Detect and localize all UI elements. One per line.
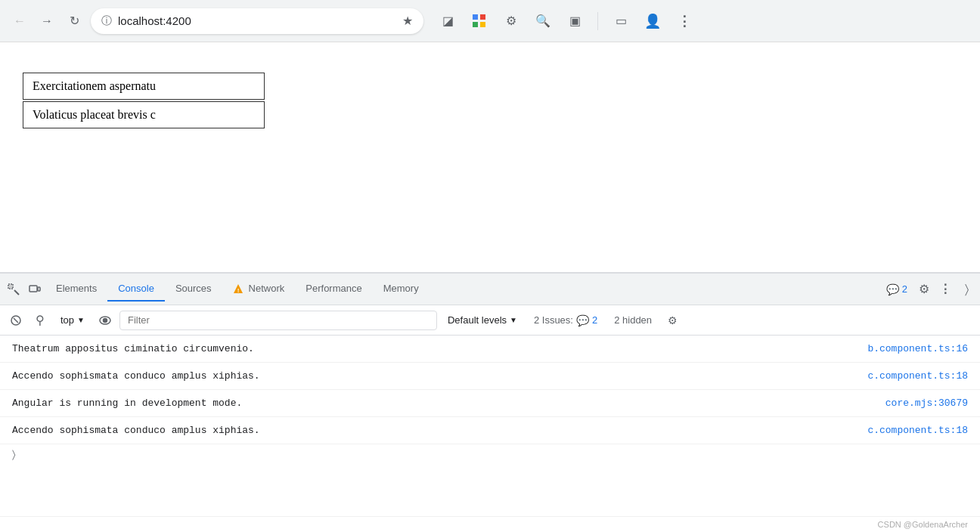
- svg-rect-0: [473, 14, 478, 20]
- console-output[interactable]: Theatrum appositus ciminatio circumvenio…: [0, 336, 980, 516]
- warning-triangle-icon: !: [233, 283, 243, 294]
- svg-rect-1: [480, 14, 485, 20]
- console-line: Accendo sophismata conduco amplus xiphia…: [0, 363, 980, 390]
- console-text-4: Accendo sophismata conduco amplus xiphia…: [12, 425, 260, 436]
- device-toolbar-button[interactable]: [24, 279, 45, 300]
- network-label: Network: [249, 283, 285, 294]
- svg-text:!: !: [237, 287, 239, 294]
- console-link-4[interactable]: c.component.ts:18: [867, 425, 968, 436]
- issues-toolbar-num: 2: [592, 314, 597, 326]
- devtools-settings-button[interactable]: ⚙: [913, 279, 935, 300]
- console-prompt[interactable]: 〉: [0, 444, 980, 466]
- text-item-2: Volaticus placeat brevis c: [23, 101, 265, 128]
- extensions-puzzle-icon[interactable]: ▣: [563, 9, 587, 33]
- extensions-icon[interactable]: ◪: [436, 9, 460, 33]
- elements-label: Elements: [56, 283, 97, 294]
- console-text-2: Accendo sophismata conduco amplus xiphia…: [12, 370, 260, 382]
- text-item-1: Exercitationem aspernatu: [23, 73, 265, 100]
- profile-icon[interactable]: 👤: [640, 9, 665, 33]
- issues-badge[interactable]: 💬 2: [880, 280, 913, 298]
- svg-rect-5: [9, 285, 12, 288]
- svg-rect-8: [38, 287, 40, 291]
- settings-icon[interactable]: ⚙: [499, 9, 523, 33]
- reload-button[interactable]: ↻: [64, 11, 85, 32]
- devtools-panel: Elements Console Sources ! Network Perfo…: [0, 272, 980, 532]
- levels-arrow-icon: ▼: [510, 316, 517, 324]
- issues-chat-icon-toolbar: 💬: [576, 314, 589, 326]
- console-label: Console: [118, 283, 154, 294]
- default-levels-dropdown[interactable]: Default levels ▼: [442, 312, 523, 328]
- menu-icon[interactable]: ⋮: [672, 9, 696, 33]
- svg-rect-2: [473, 22, 478, 27]
- tab-elements[interactable]: Elements: [45, 277, 107, 302]
- console-line: Angular is running in development mode. …: [0, 390, 980, 417]
- forward-button[interactable]: →: [36, 11, 57, 32]
- svg-point-14: [103, 318, 107, 322]
- devtools-more-button[interactable]: ⋮: [935, 279, 956, 300]
- address-bar[interactable]: ⓘ localhost:4200 ★: [91, 8, 423, 34]
- console-settings-button[interactable]: ⚙: [662, 311, 682, 330]
- svg-line-6: [14, 290, 19, 295]
- tab-network[interactable]: ! Network: [222, 277, 296, 302]
- toolbar-icons: ◪ ⚙ 🔍 ▣ ▭ 👤 ⋮: [436, 9, 696, 33]
- tab-console[interactable]: Console: [107, 277, 165, 302]
- page-content: Exercitationem aspernatu Volaticus place…: [0, 42, 980, 272]
- issues-toolbar-label: 2 Issues:: [534, 314, 573, 326]
- filter-button[interactable]: ⚲: [30, 311, 50, 330]
- clear-console-button[interactable]: [6, 311, 26, 330]
- console-toolbar: ⚲ top ▼ Default levels ▼ 2 Issues: 💬 2 2…: [0, 305, 980, 336]
- devtools-tabs: Elements Console Sources ! Network Perfo…: [0, 274, 980, 305]
- filter-input[interactable]: [119, 311, 437, 330]
- console-line: Theatrum appositus ciminatio circumvenio…: [0, 336, 980, 363]
- console-line: Accendo sophismata conduco amplus xiphia…: [0, 417, 980, 444]
- tab-memory[interactable]: Memory: [373, 277, 430, 302]
- memory-label: Memory: [383, 283, 419, 294]
- svg-line-12: [14, 318, 18, 323]
- browser-chrome: ← → ↻ ⓘ localhost:4200 ★ ◪ ⚙ 🔍 ▣ ▭ 👤 ⋮: [0, 0, 980, 42]
- sources-label: Sources: [175, 283, 212, 294]
- svg-rect-3: [480, 22, 485, 27]
- console-link-1[interactable]: b.component.ts:16: [867, 343, 968, 354]
- url-display: localhost:4200: [118, 14, 396, 27]
- svg-rect-7: [29, 286, 37, 292]
- bookmark-icon[interactable]: ★: [402, 14, 413, 28]
- back-button[interactable]: ←: [9, 11, 30, 32]
- attribution: CSDN @GoldenaArcher: [0, 516, 980, 532]
- console-text-3: Angular is running in development mode.: [12, 397, 242, 409]
- element-picker-button[interactable]: [3, 279, 24, 300]
- dropdown-arrow-icon: ▼: [77, 316, 85, 324]
- prompt-arrow-icon: 〉: [12, 449, 16, 461]
- default-levels-label: Default levels: [448, 314, 507, 326]
- sidebar-icon[interactable]: ▭: [609, 9, 633, 33]
- console-link-2[interactable]: c.component.ts:18: [867, 370, 968, 382]
- eye-filter-button[interactable]: [95, 311, 115, 330]
- tab-sources[interactable]: Sources: [165, 277, 222, 302]
- search-icon[interactable]: 🔍: [531, 9, 555, 33]
- top-context-dropdown[interactable]: top ▼: [54, 312, 91, 328]
- top-label: top: [60, 314, 74, 326]
- performance-label: Performance: [305, 283, 361, 294]
- hidden-count: 2 hidden: [608, 312, 658, 328]
- tab-performance[interactable]: Performance: [295, 277, 372, 302]
- toolbar-separator: [597, 12, 598, 30]
- issues-chat-icon: 💬: [886, 283, 899, 295]
- apps-icon[interactable]: [467, 9, 492, 33]
- issues-toolbar-count[interactable]: 2 Issues: 💬 2: [528, 312, 603, 329]
- issues-count: 2: [902, 283, 907, 295]
- devtools-undock-button[interactable]: 〉: [956, 279, 977, 300]
- console-text-1: Theatrum appositus ciminatio circumvenio…: [12, 343, 254, 354]
- info-icon: ⓘ: [101, 14, 112, 28]
- console-link-3[interactable]: core.mjs:30679: [885, 397, 968, 409]
